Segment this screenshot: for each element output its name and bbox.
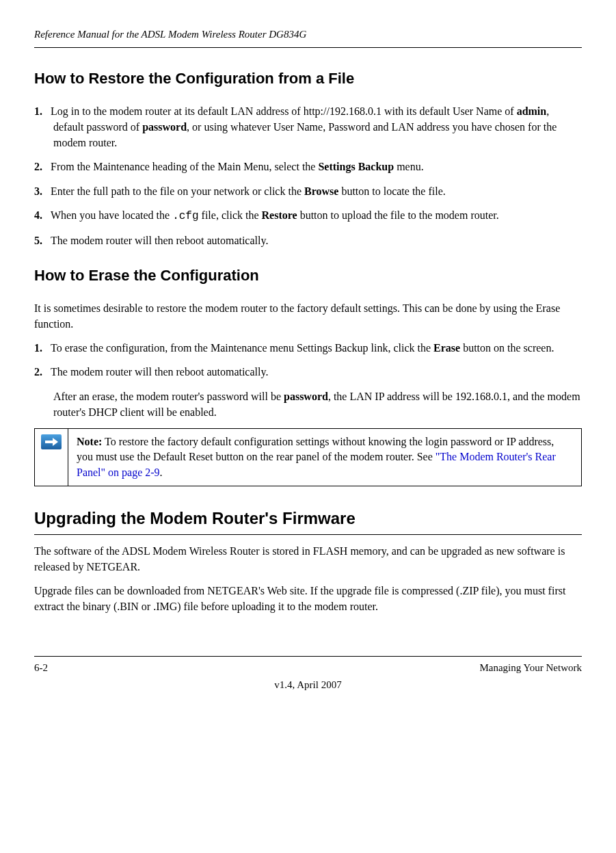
- step-text: The modem router will then reboot automa…: [51, 235, 268, 246]
- page-header: Reference Manual for the ADSL Modem Wire…: [34, 27, 582, 48]
- bold-text: password: [142, 121, 187, 133]
- step-text: button on the screen.: [460, 342, 554, 354]
- step-text: Log in to the modem router at its defaul…: [51, 105, 517, 117]
- heading-erase-config: How to Erase the Configuration: [34, 265, 582, 287]
- step-number: 2.: [34, 159, 51, 174]
- restore-steps-list: 1.Log in to the modem router at its defa…: [34, 103, 582, 248]
- note-label: Note:: [77, 436, 102, 447]
- bold-text: Browse: [304, 185, 338, 197]
- step-number: 4.: [34, 207, 51, 223]
- step-text: file, click the: [199, 209, 262, 221]
- heading-upgrading-firmware: Upgrading the Modem Router's Firmware: [34, 507, 582, 535]
- bold-text: Settings Backup: [318, 161, 394, 172]
- intro-paragraph: It is sometimes desirable to restore the…: [34, 300, 582, 332]
- list-item: 1.Log in to the modem router at its defa…: [34, 103, 582, 151]
- page-footer: 6-2 Managing Your Network: [34, 656, 582, 675]
- list-item: 2.From the Maintenance heading of the Ma…: [34, 159, 582, 174]
- after-erase-paragraph: After an erase, the modem router's passw…: [34, 389, 582, 420]
- step-number: 2.: [34, 364, 51, 380]
- note-text: Note: To restore the factory default con…: [68, 429, 581, 486]
- paragraph-text: After an erase, the modem router's passw…: [53, 391, 284, 402]
- list-item: 5.The modem router will then reboot auto…: [34, 233, 582, 248]
- step-text: The modem router will then reboot automa…: [51, 366, 268, 378]
- page-number: 6-2: [34, 661, 48, 675]
- footer-version: v1.4, April 2007: [34, 678, 582, 692]
- arrow-icon: [41, 434, 62, 449]
- firmware-paragraph-2: Upgrade files can be downloaded from NET…: [34, 583, 582, 614]
- step-number: 1.: [34, 340, 51, 356]
- step-text: When you have located the: [51, 209, 172, 221]
- list-item: 2.The modem router will then reboot auto…: [34, 364, 582, 380]
- step-number: 3.: [34, 183, 51, 199]
- note-body: .: [160, 467, 163, 478]
- bold-text: admin: [517, 105, 547, 117]
- step-text: From the Maintenance heading of the Main…: [51, 161, 318, 172]
- step-text: button to locate the file.: [338, 185, 445, 197]
- bold-text: Erase: [433, 342, 460, 354]
- bold-text: Restore: [262, 209, 297, 221]
- erase-steps-list: 1.To erase the configuration, from the M…: [34, 340, 582, 380]
- list-item: 3.Enter the full path to the file on you…: [34, 183, 582, 199]
- step-text: button to upload the file to the modem r…: [297, 209, 499, 221]
- note-icon-cell: [35, 429, 68, 486]
- step-number: 5.: [34, 233, 51, 248]
- firmware-paragraph-1: The software of the ADSL Modem Wireless …: [34, 543, 582, 575]
- step-text: menu.: [394, 161, 424, 172]
- code-text: .cfg: [172, 210, 198, 222]
- note-box: Note: To restore the factory default con…: [34, 428, 582, 486]
- footer-section-title: Managing Your Network: [479, 661, 582, 675]
- step-text: Enter the full path to the file on your …: [51, 185, 304, 197]
- list-item: 4.When you have located the .cfg file, c…: [34, 207, 582, 224]
- step-number: 1.: [34, 103, 51, 119]
- step-text: To erase the configuration, from the Mai…: [51, 342, 433, 354]
- bold-text: password: [284, 391, 328, 402]
- heading-restore-config: How to Restore the Configuration from a …: [34, 68, 582, 90]
- list-item: 1.To erase the configuration, from the M…: [34, 340, 582, 356]
